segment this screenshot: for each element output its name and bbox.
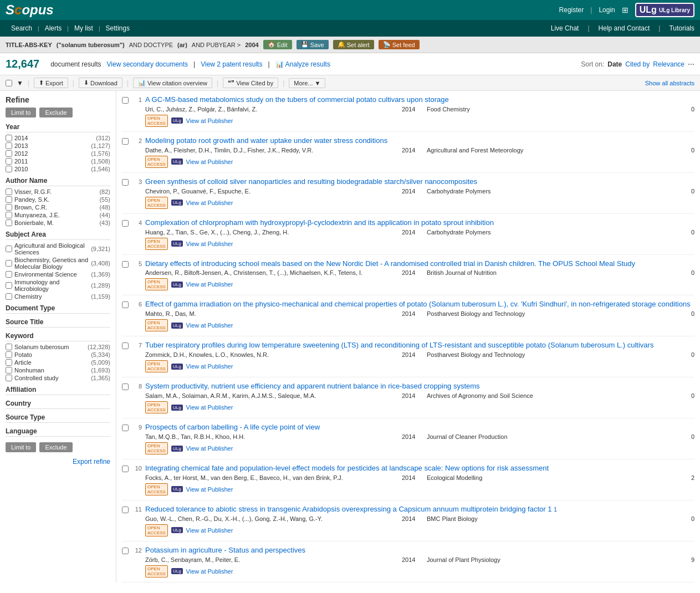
more-button[interactable]: More... ▼ <box>289 78 325 88</box>
view-publisher-link[interactable]: View at Publisher <box>186 322 233 329</box>
edit-button[interactable]: 🏠 Edit <box>263 40 292 49</box>
result-checkbox[interactable] <box>122 261 129 268</box>
sort-bar: Sort on: Date Cited by Relevance ⋯ <box>581 60 694 68</box>
result-title[interactable]: Dietary effects of introducing school me… <box>145 259 635 268</box>
author-visser-checkbox[interactable] <box>6 188 12 195</box>
citation-overview-button[interactable]: 📊 View citation overview <box>133 78 212 88</box>
subject-immuno-checkbox[interactable] <box>6 282 12 289</box>
kw-solanum-checkbox[interactable] <box>6 344 12 350</box>
result-checkbox[interactable] <box>122 97 129 104</box>
author-munyaneza-checkbox[interactable] <box>6 212 12 218</box>
bottom-exclude-button[interactable]: Exclude <box>39 442 72 452</box>
result-title[interactable]: Complexation of chlorpropham with hydrox… <box>145 218 494 227</box>
view-publisher-link[interactable]: View at Publisher <box>186 404 233 411</box>
patent-results-link[interactable]: View 2 patent results <box>201 60 262 68</box>
view-publisher-link[interactable]: View at Publisher <box>186 527 233 534</box>
exclude-button[interactable]: Exclude <box>39 108 72 117</box>
kw-potato-checkbox[interactable] <box>6 351 12 358</box>
nav-search[interactable]: Search <box>6 24 38 32</box>
kw-nonhuman-checkbox[interactable] <box>6 367 12 374</box>
sort-date[interactable]: Date <box>607 60 622 68</box>
result-title[interactable]: Integrating chemical fate and population… <box>145 464 549 472</box>
keyword-section-title: Keyword <box>6 332 110 341</box>
subject-agri-checkbox[interactable] <box>6 246 12 252</box>
year-2014-checkbox[interactable] <box>6 135 12 141</box>
result-authors: Dathe, A., Fleisher, D.H., Timlin, D.J.,… <box>145 147 396 154</box>
download-button[interactable]: ⬇ Download <box>79 78 122 88</box>
result-content: Modeling potato root growth and water up… <box>145 136 694 168</box>
kw-article-checkbox[interactable] <box>6 359 12 366</box>
secondary-docs-link[interactable]: View secondary documents <box>107 60 188 68</box>
save-button[interactable]: 💾 Save <box>297 40 329 49</box>
result-title[interactable]: Potassium in agriculture - Status and pe… <box>145 546 305 554</box>
nav-settings[interactable]: Settings <box>100 24 135 32</box>
view-cited-button[interactable]: ❝❞ View Cited by <box>223 78 278 88</box>
view-publisher-link[interactable]: View at Publisher <box>186 363 233 370</box>
result-checkbox[interactable] <box>122 548 129 554</box>
result-checkbox[interactable] <box>122 425 129 431</box>
sort-cited[interactable]: Cited by <box>625 60 650 68</box>
result-cited-count: 0 <box>683 515 694 522</box>
set-feed-button[interactable]: 📡 Set feed <box>379 40 420 49</box>
nav-mylist[interactable]: My list <box>69 24 99 32</box>
author-pandey-checkbox[interactable] <box>6 196 12 203</box>
result-checkbox[interactable] <box>122 220 129 227</box>
help-contact-link[interactable]: Help and Contact <box>599 24 650 32</box>
result-title[interactable]: Green synthesis of colloid silver nanopa… <box>145 177 477 186</box>
tutorials-link[interactable]: Tutorials <box>669 24 694 32</box>
result-checkbox[interactable] <box>122 342 129 349</box>
view-publisher-link[interactable]: View at Publisher <box>186 445 233 452</box>
ulg-icon: ULg <box>171 241 183 247</box>
result-checkbox[interactable] <box>122 179 129 186</box>
show-abstracts-btn[interactable]: Show all abstracts <box>645 80 694 86</box>
set-alert-button[interactable]: 🔔 Set alert <box>333 40 374 49</box>
view-publisher-link[interactable]: View at Publisher <box>186 486 233 493</box>
result-title[interactable]: A GC-MS-based metabolomics study on the … <box>145 95 449 104</box>
view-publisher-link[interactable]: View at Publisher <box>186 241 233 247</box>
year-2010-checkbox[interactable] <box>6 166 12 172</box>
subject-chem-checkbox[interactable] <box>6 293 12 300</box>
year-2011-checkbox[interactable] <box>6 158 12 165</box>
view-publisher-link[interactable]: View at Publisher <box>186 159 233 165</box>
view-publisher-link[interactable]: View at Publisher <box>186 281 233 288</box>
year-2013-checkbox[interactable] <box>6 142 12 149</box>
export-button[interactable]: ⬆ Export <box>34 78 68 88</box>
result-checkbox[interactable] <box>122 138 129 145</box>
result-title[interactable]: Prospects of carbon labelling - A life c… <box>145 423 320 431</box>
limit-to-button[interactable]: Limit to <box>6 108 36 117</box>
library-badge: ULg ULg Library <box>635 3 694 17</box>
ulg-icon: ULg <box>171 405 183 411</box>
author-brown-checkbox[interactable] <box>6 204 12 211</box>
login-link[interactable]: Login <box>599 6 615 14</box>
analyze-results-btn[interactable]: 📊 Analyze results <box>275 60 330 68</box>
result-title[interactable]: Effect of gamma irradiation on the physi… <box>145 300 691 308</box>
view-publisher-link[interactable]: View at Publisher <box>186 117 233 124</box>
result-title[interactable]: Reduced tolerance to abiotic stress in t… <box>145 505 557 513</box>
result-title[interactable]: System productivity, nutrient use effici… <box>145 382 480 390</box>
sort-relevance[interactable]: Relevance <box>653 60 684 68</box>
view-publisher-link[interactable]: View at Publisher <box>186 568 233 575</box>
register-link[interactable]: Register <box>559 6 584 14</box>
result-content: Prospects of carbon labelling - A life c… <box>145 423 694 454</box>
nav-alerts[interactable]: Alerts <box>39 24 68 32</box>
more-sort-icon[interactable]: ⋯ <box>688 60 694 68</box>
bottom-limit-button[interactable]: Limit to <box>6 442 36 452</box>
kw-controlled-checkbox[interactable] <box>6 375 12 381</box>
author-bonierbale-checkbox[interactable] <box>6 219 12 226</box>
result-title[interactable]: Tuber respiratory profiles during low te… <box>145 341 653 349</box>
select-chevron[interactable]: ▼ <box>17 79 23 87</box>
result-checkbox[interactable] <box>122 466 129 472</box>
ulg-icon: ULg <box>171 282 183 288</box>
result-meta: Huang, Z., Tian, S., Ge, X., (...), Chen… <box>145 229 694 236</box>
result-title[interactable]: Modeling potato root growth and water up… <box>145 136 387 145</box>
subject-biochem-checkbox[interactable] <box>6 260 12 267</box>
subject-env-checkbox[interactable] <box>6 271 12 278</box>
select-all-checkbox[interactable] <box>6 80 12 86</box>
export-refine-link[interactable]: Export refine <box>6 458 110 466</box>
result-checkbox[interactable] <box>122 507 129 513</box>
result-checkbox[interactable] <box>122 301 129 308</box>
year-2012-checkbox[interactable] <box>6 150 12 157</box>
view-publisher-link[interactable]: View at Publisher <box>186 200 233 206</box>
result-checkbox[interactable] <box>122 384 129 390</box>
live-chat-link[interactable]: Live Chat <box>551 24 579 32</box>
